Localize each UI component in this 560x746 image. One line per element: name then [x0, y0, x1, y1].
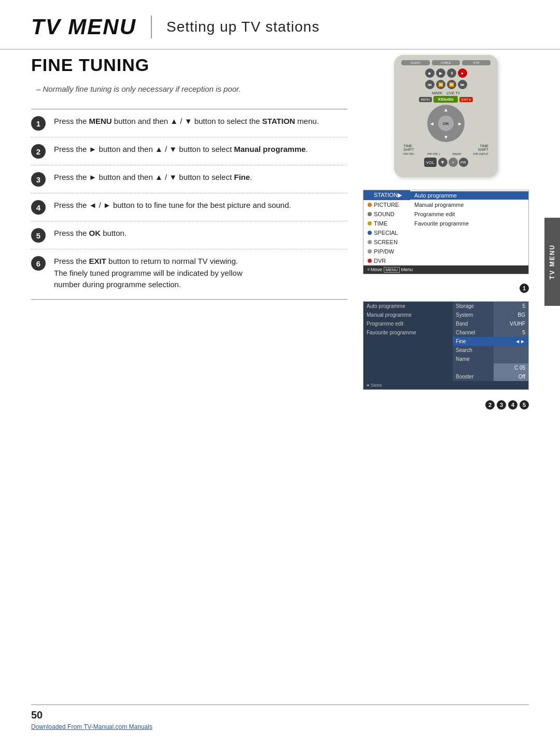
- dot-screen: [368, 240, 372, 244]
- menu-row-dvr: DVR: [363, 256, 528, 265]
- menu2-row-fine: Fine ◄►: [363, 337, 528, 346]
- remote-ch-minus[interactable]: ▼: [438, 158, 447, 167]
- remote-timeshift-left: TIMESHIFT: [403, 144, 414, 151]
- menu-footer-1: ✧Move MENU Menu: [363, 265, 528, 274]
- remote-pause-btn[interactable]: ⏸: [447, 68, 456, 78]
- menu-row-screen: SCREEN: [363, 237, 528, 247]
- step-6: 6 Press the EXIT button to return to nor…: [31, 249, 347, 297]
- menu-item-pipdw: PIP/DW: [363, 247, 410, 256]
- step-number-5: 5: [31, 228, 46, 243]
- remote-fwd-btn[interactable]: ⏩: [447, 80, 456, 89]
- remote-play-btn[interactable]: ▶: [436, 68, 445, 78]
- remote-livetv-label: LIVE TV: [446, 91, 460, 95]
- remote-vol-btn[interactable]: VOL: [424, 158, 437, 167]
- remote-xstudio-btn[interactable]: XStudio: [433, 96, 457, 103]
- remote-prev-btn[interactable]: ⏮: [425, 80, 435, 89]
- menu2-row-booster: Booster Off: [363, 372, 528, 381]
- main-layout: FINE TUNING – Normally fine tuning is on…: [0, 55, 560, 411]
- dot-station: [368, 193, 372, 198]
- remote-nav-cluster: ▲ ▼ ◄ ► OK: [427, 105, 465, 142]
- page-header: TV MENU Setting up TV stations: [0, 0, 560, 50]
- step-4: 4 Press the ◄ / ► button to to fine tune…: [31, 193, 347, 221]
- circle-1: 1: [520, 284, 529, 293]
- nav-ok-btn[interactable]: OK: [438, 116, 454, 131]
- dot-special: [368, 231, 372, 235]
- circle-3: 3: [497, 400, 506, 410]
- menu-item-special: SPECIAL: [363, 228, 410, 237]
- menu-right-autoprog: Auto programme: [410, 191, 528, 200]
- remote-rec-btn[interactable]: ●: [458, 68, 467, 78]
- dot-pipdw: [368, 249, 372, 254]
- menu2-row-1: Auto programme Storage 5: [363, 302, 528, 311]
- menu-screenshot-2: Auto programme Storage 5 Manual programm…: [363, 301, 529, 390]
- page-footer: 50 Downloaded From TV-Manual.com Manuals: [31, 705, 529, 730]
- menu2-store-label: ● Store: [367, 383, 382, 388]
- step-5: 5 Press the OK button.: [31, 221, 347, 249]
- remote-exit-btn[interactable]: EXIT ●: [459, 97, 473, 102]
- remote-menu-row: MENU XStudio EXIT ●: [401, 96, 491, 103]
- step-text-4: Press the ◄ / ► button to to fine tune f…: [54, 200, 347, 212]
- dot-picture: [368, 203, 372, 207]
- steps-section: 1 Press the MENU button and then ▲ / ▼ b…: [31, 109, 347, 300]
- dot-time: [368, 221, 372, 226]
- menu-item-screen: SCREEN: [363, 237, 410, 247]
- remote-stop-btn[interactable]: ■: [425, 68, 435, 78]
- menu-screenshot-1: STATION▶ Auto programme PICTURE: [363, 190, 529, 274]
- step-3: 3 Press the ► button and then ▲ / ▼ butt…: [31, 165, 347, 193]
- menu-row-special: SPECIAL: [363, 228, 528, 237]
- menu-row-sound: SOUND Programme edit: [363, 209, 528, 219]
- header-title-main: TV MENU: [31, 15, 136, 39]
- step-text-5: Press the OK button.: [54, 228, 347, 240]
- remote-menu-btn[interactable]: MENU: [419, 97, 432, 102]
- menu-item-sound: SOUND: [363, 209, 410, 219]
- nav-down-arrow[interactable]: ▼: [443, 134, 449, 140]
- header-subtitle: Setting up TV stations: [166, 19, 319, 35]
- remote-pr-btn[interactable]: PR: [459, 158, 468, 167]
- dot-sound: [368, 212, 372, 216]
- menu-right-progedit: Programme edit: [410, 210, 528, 218]
- menu2-row-c05: C 05: [363, 363, 528, 372]
- nav-right-arrow[interactable]: ►: [457, 121, 463, 126]
- circle-5: 5: [520, 400, 529, 410]
- menu2-row-name: Name: [363, 355, 528, 363]
- remote-top-buttons: AUDIO CABLE STB: [401, 60, 491, 65]
- side-tab: TV MENU: [544, 218, 560, 306]
- menu2-row-search: Search: [363, 346, 528, 355]
- remote-control: AUDIO CABLE STB ■ ▶ ⏸ ● ⏮ ⏪ ⏩ ⏭: [394, 55, 498, 177]
- dot-dvr: [368, 259, 372, 263]
- menu-item-dvr: DVR: [363, 256, 410, 265]
- menu2-row-4: Favourite programme Channel 5: [363, 328, 528, 337]
- remote-ch-disp: ≡: [449, 158, 458, 167]
- remote-pip-pr-plus: PIP PR +: [427, 152, 440, 156]
- menu-footer-text: ✧Move MENU Menu: [367, 267, 413, 272]
- step-divider-bottom: [31, 299, 347, 300]
- remote-rew-btn[interactable]: ⏪: [436, 80, 445, 89]
- menu-row-picture: PICTURE Manual programme: [363, 200, 528, 209]
- remote-transport-1: ■ ▶ ⏸ ●: [401, 68, 491, 78]
- remote-cable-btn: CABLE: [432, 60, 460, 65]
- remote-bottom-row: VOL ▼ ≡ PR: [401, 158, 491, 167]
- nav-up-arrow[interactable]: ▲: [443, 107, 449, 112]
- right-content: AUDIO CABLE STB ■ ▶ ⏸ ● ⏮ ⏪ ⏩ ⏭: [363, 55, 529, 411]
- section-title: FINE TUNING: [31, 55, 347, 75]
- step-2: 2 Press the ► button and then ▲ / ▼ butt…: [31, 137, 347, 165]
- manual-link[interactable]: Downloaded From TV-Manual.com Manuals: [31, 723, 529, 730]
- header-divider: [151, 16, 152, 38]
- nav-left-arrow[interactable]: ◄: [429, 121, 435, 126]
- menu-table-2: Auto programme Storage 5 Manual programm…: [363, 302, 528, 381]
- menu-row-station: STATION▶ Auto programme: [363, 190, 528, 200]
- menu-item-station: STATION▶: [363, 190, 410, 200]
- remote-next-btn[interactable]: ⏭: [458, 80, 467, 89]
- step-indicator-1: 1: [363, 284, 529, 293]
- remote-pip-pr-minus: PIP PR -: [403, 152, 415, 156]
- step-indicators-2345: 2 3 4 5: [363, 398, 529, 411]
- remote-audio-btn: AUDIO: [401, 60, 430, 65]
- remote-mark-label: MARK: [432, 91, 442, 95]
- menu-row-time: TIME Favourite programme: [363, 219, 528, 228]
- menu-item-picture: PICTURE: [363, 200, 410, 209]
- menu-table-1: STATION▶ Auto programme PICTURE: [363, 190, 528, 265]
- step-number-3: 3: [31, 172, 46, 187]
- menu-row-pipdw: PIP/DW: [363, 247, 528, 256]
- step-text-3: Press the ► button and then ▲ / ▼ button…: [54, 172, 347, 184]
- left-content: FINE TUNING – Normally fine tuning is on…: [31, 55, 347, 411]
